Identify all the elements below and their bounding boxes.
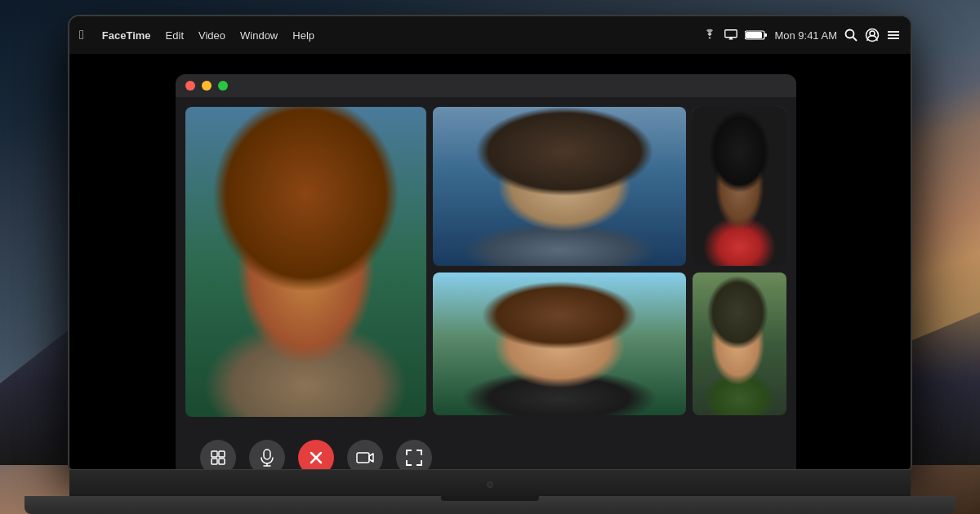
close-button[interactable] <box>185 81 195 91</box>
battery-icon <box>745 29 768 41</box>
svg-rect-0 <box>725 30 737 38</box>
desktop-area <box>69 54 911 469</box>
menu-help[interactable]: Help <box>292 29 314 42</box>
participant-2-video <box>433 107 686 266</box>
video-tile-person4 <box>693 107 786 266</box>
svg-rect-20 <box>357 453 369 463</box>
user-icon[interactable] <box>865 28 880 42</box>
video-tile-person3 <box>433 273 686 415</box>
window-titlebar <box>176 74 796 97</box>
menu-edit[interactable]: Edit <box>166 29 184 42</box>
svg-rect-12 <box>219 451 225 457</box>
minimize-button[interactable] <box>202 81 212 91</box>
participant-4-video <box>693 107 786 266</box>
airplay-icon[interactable] <box>724 28 738 42</box>
menubar:  FaceTime Edit Video Window Help <box>69 16 911 54</box>
participant-5-video <box>693 273 786 415</box>
menubar-right: Mon 9:41 AM <box>702 28 901 42</box>
video-tile-person2 <box>433 107 686 266</box>
search-icon[interactable] <box>844 28 858 42</box>
menu-lines-icon[interactable] <box>886 28 901 42</box>
grid-view-button[interactable] <box>200 440 236 469</box>
camera-button[interactable] <box>347 440 383 469</box>
svg-line-5 <box>853 38 858 42</box>
svg-rect-13 <box>212 459 217 464</box>
video-tile-person5 <box>693 273 786 415</box>
video-bottom-row <box>433 273 786 415</box>
video-grid <box>176 97 796 425</box>
svg-rect-3 <box>764 33 767 37</box>
fullscreen-button[interactable] <box>396 440 432 469</box>
control-bar <box>176 425 796 469</box>
svg-rect-14 <box>219 459 225 464</box>
video-right-layout <box>433 107 786 415</box>
fullscreen-icon <box>406 450 422 466</box>
svg-rect-2 <box>746 32 762 38</box>
end-call-icon <box>307 449 325 467</box>
clock: Mon 9:41 AM <box>774 29 837 42</box>
microphone-icon <box>260 449 274 467</box>
macbook-base <box>24 496 956 514</box>
wifi-icon[interactable] <box>702 28 717 42</box>
macbook-frame:  FaceTime Edit Video Window Help <box>0 0 980 514</box>
video-top-row <box>433 107 786 266</box>
menubar-left:  FaceTime Edit Video Window Help <box>79 28 702 42</box>
menu-video[interactable]: Video <box>198 29 225 42</box>
apple-logo-icon:  <box>79 28 84 42</box>
menu-window[interactable]: Window <box>240 29 278 42</box>
camera-notch <box>487 481 493 488</box>
mute-button[interactable] <box>249 440 285 469</box>
maximize-button[interactable] <box>218 81 228 91</box>
participant-1-video <box>185 107 426 417</box>
participant-3-video <box>433 273 686 415</box>
svg-rect-11 <box>212 451 217 457</box>
svg-rect-15 <box>264 450 270 459</box>
video-tile-main <box>185 107 426 417</box>
grid-icon <box>210 450 226 466</box>
camera-icon <box>356 450 374 465</box>
macbook-chin <box>69 470 911 499</box>
app-name[interactable]: FaceTime <box>102 29 151 42</box>
end-call-button[interactable] <box>298 440 334 469</box>
svg-point-4 <box>846 30 854 38</box>
facetime-window[interactable] <box>176 74 796 469</box>
